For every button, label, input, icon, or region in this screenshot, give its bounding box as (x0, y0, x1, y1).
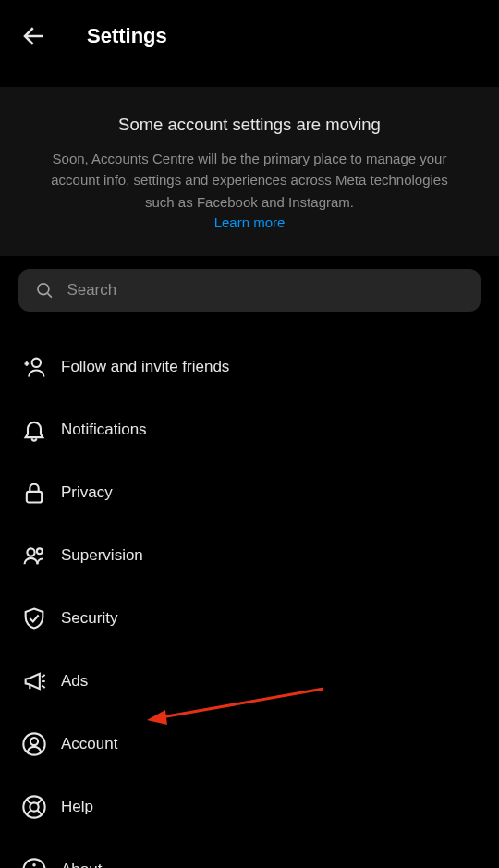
lock-icon (20, 479, 48, 507)
search-icon (35, 280, 54, 300)
notice-body: Soon, Accounts Centre will be the primar… (37, 148, 462, 213)
svg-line-9 (42, 675, 45, 677)
svg-point-7 (27, 548, 34, 556)
bell-icon (20, 416, 48, 444)
menu-item-label: Follow and invite friends (61, 358, 229, 376)
menu-item-label: Supervision (61, 546, 143, 565)
menu-item-follow-invite[interactable]: Follow and invite friends (0, 336, 499, 398)
svg-point-13 (30, 738, 38, 745)
back-button[interactable] (18, 20, 50, 52)
back-arrow-icon (20, 22, 48, 50)
menu-item-label: Account (61, 735, 117, 753)
people-icon (20, 542, 48, 569)
svg-line-19 (37, 799, 42, 803)
svg-line-16 (27, 799, 31, 803)
shield-icon (20, 605, 48, 632)
menu-item-label: About (61, 861, 102, 868)
notice-title: Some account settings are moving (37, 115, 462, 135)
svg-line-2 (48, 293, 52, 297)
svg-line-18 (27, 810, 31, 814)
menu-item-security[interactable]: Security (0, 587, 499, 650)
header: Settings (0, 0, 499, 72)
svg-line-17 (37, 810, 42, 814)
svg-rect-6 (27, 492, 42, 503)
menu-item-about[interactable]: About (0, 838, 499, 868)
megaphone-icon (20, 667, 48, 695)
info-icon (20, 856, 48, 868)
svg-point-22 (33, 864, 34, 865)
menu-item-notifications[interactable]: Notifications (0, 398, 499, 461)
menu-item-label: Help (61, 798, 93, 816)
search-field[interactable] (18, 269, 481, 312)
menu-item-privacy[interactable]: Privacy (0, 461, 499, 524)
search-wrap (0, 256, 499, 319)
learn-more-link[interactable]: Learn more (37, 214, 462, 230)
search-input[interactable] (67, 281, 464, 300)
lifebuoy-icon (20, 793, 48, 821)
menu-item-help[interactable]: Help (0, 776, 499, 838)
menu-item-supervision[interactable]: Supervision (0, 524, 499, 587)
menu-item-ads[interactable]: Ads (0, 650, 499, 713)
svg-point-1 (38, 284, 49, 295)
menu-item-account[interactable]: Account (0, 713, 499, 776)
add-friend-icon (20, 353, 48, 381)
svg-point-8 (37, 548, 43, 554)
svg-line-11 (42, 685, 45, 687)
menu-item-label: Privacy (61, 483, 113, 502)
menu-item-label: Ads (61, 672, 88, 691)
notice-banner: Some account settings are moving Soon, A… (0, 87, 499, 256)
svg-point-15 (30, 802, 38, 811)
svg-point-3 (32, 358, 41, 366)
menu-item-label: Security (61, 609, 117, 628)
page-title: Settings (87, 24, 167, 48)
account-icon (20, 730, 48, 758)
menu-item-label: Notifications (61, 421, 147, 439)
settings-list: Follow and invite friends Notifications … (0, 319, 499, 868)
